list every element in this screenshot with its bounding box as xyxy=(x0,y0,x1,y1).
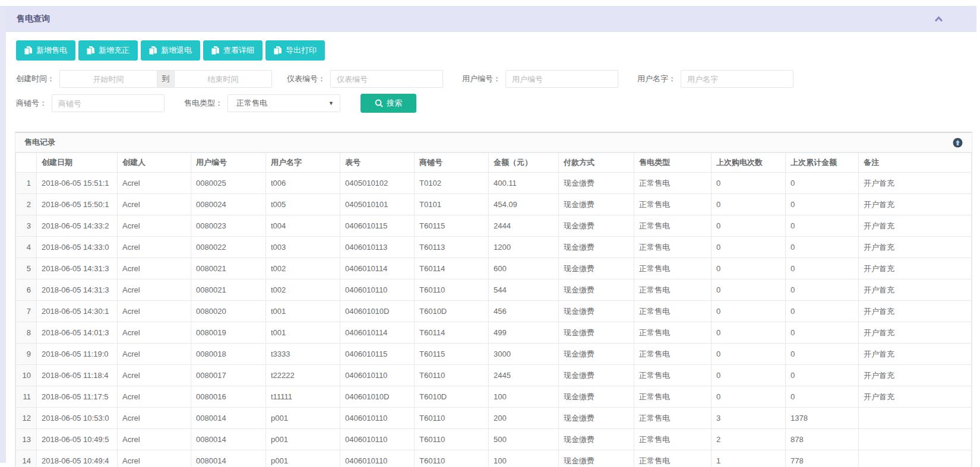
table-row[interactable]: 14 2018-06-05 10:49:4 Acrel 0080014 p001… xyxy=(16,450,972,467)
cell-remark: 开户首充 xyxy=(859,194,972,215)
cell-amount: 200 xyxy=(489,408,559,429)
cell-shop-no: T60110 xyxy=(415,279,489,301)
table-row[interactable]: 6 2018-06-05 14:31:3 Acrel 0080021 t002 … xyxy=(16,279,972,301)
table-row[interactable]: 3 2018-06-05 14:33:2 Acrel 0080023 t004 … xyxy=(16,215,972,237)
cell-create-date: 2018-06-05 10:53:0 xyxy=(37,408,118,429)
page-header: 售电查询 xyxy=(6,6,976,32)
add-sale-button[interactable]: 新增售电 xyxy=(16,40,75,61)
cell-user-no: 0080014 xyxy=(191,429,266,450)
cell-remark: 开户首充 xyxy=(859,237,972,258)
col-header-meter-no: 表号 xyxy=(340,153,415,173)
cell-creator: Acrel xyxy=(118,429,191,450)
toolbar: 新增售电 新增充正 新增退电 查看详细 xyxy=(16,40,325,61)
add-refund-button[interactable]: 新增退电 xyxy=(141,40,200,61)
user-no-input[interactable] xyxy=(505,70,618,88)
cell-last-count: 3 xyxy=(712,408,786,429)
cell-last-count: 0 xyxy=(712,258,786,279)
cell-user-name: t3333 xyxy=(266,344,340,365)
cell-creator: Acrel xyxy=(118,450,191,467)
cell-remark: 开户首充 xyxy=(859,344,972,365)
cell-pay-method: 现金缴费 xyxy=(559,258,634,279)
cell-last-total: 0 xyxy=(786,322,859,344)
cell-creator: Acrel xyxy=(118,237,191,258)
cell-amount: 1200 xyxy=(489,237,559,258)
cell-create-date: 2018-06-05 14:33:2 xyxy=(37,215,118,237)
table-row[interactable]: 5 2018-06-05 14:31:3 Acrel 0080021 t002 … xyxy=(16,258,972,279)
col-header-pay-method: 付款方式 xyxy=(559,153,634,173)
col-header-shop-no: 商铺号 xyxy=(415,153,489,173)
cell-shop-no: T60110 xyxy=(415,408,489,429)
table-row[interactable]: 4 2018-06-05 14:33:0 Acrel 0080022 t003 … xyxy=(16,237,972,258)
cell-user-no: 0080021 xyxy=(191,279,266,301)
meter-no-input[interactable] xyxy=(330,70,443,88)
cell-create-date: 2018-06-05 14:33:0 xyxy=(37,237,118,258)
cell-index: 2 xyxy=(16,194,37,215)
cell-last-total: 0 xyxy=(786,301,859,322)
table-row[interactable]: 7 2018-06-05 14:30:1 Acrel 0080020 t001 … xyxy=(16,301,972,322)
cell-index: 4 xyxy=(16,237,37,258)
cell-user-name: t001 xyxy=(266,322,340,344)
user-name-input[interactable] xyxy=(681,70,794,88)
cell-shop-no: T6010D xyxy=(415,386,489,408)
cell-last-count: 0 xyxy=(712,215,786,237)
user-no-label: 用户编号： xyxy=(462,74,501,84)
cell-index: 3 xyxy=(16,215,37,237)
shop-no-input[interactable] xyxy=(52,94,165,112)
cell-user-name: t006 xyxy=(266,173,340,194)
col-header-sale-type: 售电类型 xyxy=(634,153,712,173)
sale-type-select[interactable]: 正常售电 ▼ xyxy=(227,94,340,112)
collapse-panel-control[interactable] xyxy=(934,16,943,22)
cell-last-total: 0 xyxy=(786,215,859,237)
cell-shop-no: T60110 xyxy=(415,365,489,386)
date-range-to-label: 到 xyxy=(157,70,174,88)
end-time-input[interactable] xyxy=(174,70,272,88)
start-time-input[interactable] xyxy=(59,70,157,88)
cell-creator: Acrel xyxy=(118,258,191,279)
cell-meter-no: 0405010102 xyxy=(340,173,415,194)
cell-create-date: 2018-06-05 14:01:3 xyxy=(37,322,118,344)
cell-last-total: 778 xyxy=(786,450,859,467)
chevron-up-icon xyxy=(934,16,943,22)
table-row[interactable]: 12 2018-06-05 10:53:0 Acrel 0080014 p001… xyxy=(16,408,972,429)
scroll-top-control[interactable] xyxy=(953,138,963,148)
cell-last-total: 0 xyxy=(786,386,859,408)
export-print-button[interactable]: 导出打印 xyxy=(265,40,325,61)
cell-last-count: 0 xyxy=(712,237,786,258)
table-row[interactable]: 8 2018-06-05 14:01:3 Acrel 0080019 t001 … xyxy=(16,322,972,344)
cell-meter-no: 0406010115 xyxy=(340,215,415,237)
table-row[interactable]: 2 2018-06-05 15:50:1 Acrel 0080024 t005 … xyxy=(16,194,972,215)
panel-title: 售电记录 xyxy=(24,137,55,148)
cell-creator: Acrel xyxy=(118,365,191,386)
cell-user-name: p001 xyxy=(266,408,340,429)
cell-create-date: 2018-06-05 11:17:5 xyxy=(37,386,118,408)
cell-create-date: 2018-06-05 15:51:1 xyxy=(37,173,118,194)
cell-pay-method: 现金缴费 xyxy=(559,386,634,408)
cell-amount: 456 xyxy=(489,301,559,322)
cell-pay-method: 现金缴费 xyxy=(559,408,634,429)
table-row[interactable]: 1 2018-06-05 15:51:1 Acrel 0080025 t006 … xyxy=(16,173,972,194)
search-button[interactable]: 搜索 xyxy=(361,94,416,113)
cell-amount: 2445 xyxy=(489,365,559,386)
add-correction-button[interactable]: 新增充正 xyxy=(78,40,138,61)
cell-user-no: 0080022 xyxy=(191,237,266,258)
cell-user-name: t11111 xyxy=(266,386,340,408)
view-detail-button[interactable]: 查看详细 xyxy=(203,40,263,61)
table-row[interactable]: 10 2018-06-05 11:18:4 Acrel 0080017 t222… xyxy=(16,365,972,386)
table-row[interactable]: 11 2018-06-05 11:17:5 Acrel 0080016 t111… xyxy=(16,386,972,408)
cell-last-count: 0 xyxy=(712,386,786,408)
col-header-remark: 备注 xyxy=(859,153,972,173)
cell-sale-type: 正常售电 xyxy=(634,194,712,215)
search-button-label: 搜索 xyxy=(387,98,402,109)
copy-icon xyxy=(149,46,157,55)
col-header-user-no: 用户编号 xyxy=(191,153,266,173)
col-header-last-total: 上次累计金额 xyxy=(786,153,859,173)
table-row[interactable]: 13 2018-06-05 10:49:5 Acrel 0080014 p001… xyxy=(16,429,972,450)
copy-icon xyxy=(274,46,282,55)
col-header-creator: 创建人 xyxy=(118,153,191,173)
cell-last-count: 2 xyxy=(712,429,786,450)
cell-user-no: 0080024 xyxy=(191,194,266,215)
cell-sale-type: 正常售电 xyxy=(634,301,712,322)
button-label: 新增退电 xyxy=(161,45,192,56)
cell-user-name: t003 xyxy=(266,237,340,258)
table-row[interactable]: 9 2018-06-05 11:19:0 Acrel 0080018 t3333… xyxy=(16,344,972,365)
